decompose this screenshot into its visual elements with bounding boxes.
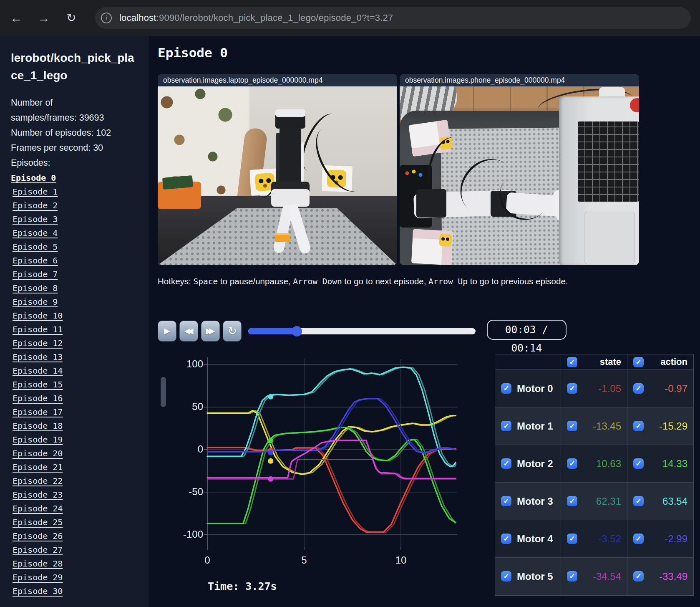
episode-link-8[interactable]: Episode 8 bbox=[13, 281, 149, 295]
episode-link-10[interactable]: Episode 10 bbox=[13, 309, 149, 323]
episode-link-14[interactable]: Episode 14 bbox=[13, 364, 149, 378]
motor-2-action-checkbox[interactable]: ✓ bbox=[633, 458, 644, 469]
episode-link-15[interactable]: Episode 15 bbox=[13, 378, 149, 392]
episode-link-19[interactable]: Episode 19 bbox=[13, 433, 149, 447]
phone-video-preview[interactable] bbox=[400, 86, 639, 265]
motor-label: Motor 4 bbox=[517, 533, 553, 545]
episode-link-2[interactable]: Episode 2 bbox=[13, 199, 149, 212]
play-button[interactable]: ▶ bbox=[158, 321, 176, 341]
episode-link-23[interactable]: Episode 23 bbox=[13, 488, 149, 502]
video-panel-laptop: observation.images.laptop_episode_000000… bbox=[158, 74, 397, 265]
y-tick-label: 100 bbox=[161, 358, 203, 370]
x-tick-label: 10 bbox=[384, 554, 418, 566]
motor-label: Motor 2 bbox=[517, 458, 553, 470]
episode-link-28[interactable]: Episode 28 bbox=[13, 557, 149, 571]
y-tick-label: 50 bbox=[161, 401, 203, 412]
episode-link-21[interactable]: Episode 21 bbox=[13, 460, 149, 474]
state-value: 62.31 bbox=[596, 496, 621, 507]
episode-link-26[interactable]: Episode 26 bbox=[13, 529, 149, 543]
site-info-icon[interactable]: i bbox=[101, 13, 112, 23]
motor-3-state-checkbox[interactable]: ✓ bbox=[567, 496, 577, 506]
motor-5-state-checkbox[interactable]: ✓ bbox=[567, 571, 577, 582]
motor-5-checkbox[interactable]: ✓ bbox=[501, 571, 511, 582]
seek-slider-thumb[interactable] bbox=[292, 326, 302, 336]
rewind-button[interactable]: ◀◀ bbox=[179, 321, 198, 341]
table-cell-state: ✓ 62.31 bbox=[561, 483, 627, 520]
episode-link-22[interactable]: Episode 22 bbox=[13, 474, 149, 488]
table-row: ✓ Motor 4 bbox=[495, 520, 561, 558]
fast-forward-button[interactable]: ▶▶ bbox=[201, 321, 220, 341]
motor-2-checkbox[interactable]: ✓ bbox=[501, 458, 511, 469]
loop-button[interactable]: ↺ bbox=[223, 321, 242, 341]
motor-0-state-checkbox[interactable]: ✓ bbox=[567, 383, 577, 394]
motor-3-action-checkbox[interactable]: ✓ bbox=[633, 496, 644, 506]
action-column-checkbox[interactable]: ✓ bbox=[633, 357, 644, 367]
motor-1-state-checkbox[interactable]: ✓ bbox=[567, 421, 577, 431]
state-value: -1.05 bbox=[598, 383, 621, 395]
action-value: 14.33 bbox=[662, 458, 687, 470]
state-column-checkbox[interactable]: ✓ bbox=[567, 357, 577, 367]
episode-link-16[interactable]: Episode 16 bbox=[13, 392, 149, 405]
robot-mast bbox=[279, 128, 301, 182]
episode-link-18[interactable]: Episode 18 bbox=[13, 419, 149, 433]
episode-link-20[interactable]: Episode 20 bbox=[13, 447, 149, 460]
dataset-title: lerobot/koch_pick_place_1_lego bbox=[11, 49, 136, 84]
reload-icon[interactable]: ↻ bbox=[62, 8, 81, 28]
action-value: -15.29 bbox=[659, 420, 687, 432]
episode-link-12[interactable]: Episode 12 bbox=[13, 336, 149, 350]
episode-link-4[interactable]: Episode 4 bbox=[13, 226, 149, 240]
seek-slider[interactable] bbox=[248, 328, 476, 334]
state-value: -34.54 bbox=[593, 571, 621, 582]
video-title-laptop: observation.images.laptop_episode_000000… bbox=[158, 74, 397, 86]
back-icon[interactable]: ← bbox=[7, 8, 26, 28]
episode-link-7[interactable]: Episode 7 bbox=[13, 268, 149, 281]
laptop-video-preview[interactable] bbox=[158, 86, 397, 265]
table-cell-state: ✓ -1.05 bbox=[561, 370, 627, 407]
motor-4-action-checkbox[interactable]: ✓ bbox=[633, 534, 644, 544]
sidebar: lerobot/koch_pick_place_1_lego Number of… bbox=[0, 36, 149, 607]
action-value: -33.49 bbox=[659, 571, 687, 582]
hotkeys-help: Hotkeys: Space to pause/unpause, Arrow D… bbox=[158, 276, 568, 286]
motor-1-checkbox[interactable]: ✓ bbox=[501, 421, 511, 431]
state-value: -13.45 bbox=[593, 420, 621, 432]
browser-toolbar: ← → ↻ i localhost:9090/lerobot/koch_pick… bbox=[0, 0, 700, 36]
episode-link-9[interactable]: Episode 9 bbox=[13, 295, 149, 309]
episode-link-0[interactable]: Episode 0 bbox=[11, 171, 149, 185]
episode-link-3[interactable]: Episode 3 bbox=[13, 212, 149, 226]
url-bar[interactable]: i localhost:9090/lerobot/koch_pick_place… bbox=[95, 7, 691, 29]
motor-0-checkbox[interactable]: ✓ bbox=[501, 383, 511, 394]
episode-link-6[interactable]: Episode 6 bbox=[13, 254, 149, 268]
table-cell-state: ✓ -3.52 bbox=[561, 520, 627, 558]
episode-link-29[interactable]: Episode 29 bbox=[13, 571, 149, 584]
motor-4-checkbox[interactable]: ✓ bbox=[501, 534, 511, 544]
episode-link-13[interactable]: Episode 13 bbox=[13, 350, 149, 364]
episode-link-1[interactable]: Episode 1 bbox=[13, 185, 149, 199]
action-value: -2.99 bbox=[665, 533, 687, 545]
motor-2-state-checkbox[interactable]: ✓ bbox=[567, 458, 577, 469]
table-row: ✓ Motor 0 bbox=[495, 370, 561, 407]
episode-link-17[interactable]: Episode 17 bbox=[13, 405, 149, 419]
y-tick-label: -100 bbox=[161, 529, 203, 540]
episode-link-30[interactable]: Episode 30 bbox=[13, 584, 149, 598]
forward-icon[interactable]: → bbox=[34, 8, 53, 28]
table-header-state: ✓ state bbox=[561, 354, 627, 370]
episode-link-24[interactable]: Episode 24 bbox=[13, 502, 149, 516]
motor-3-checkbox[interactable]: ✓ bbox=[501, 496, 511, 506]
episode-link-25[interactable]: Episode 25 bbox=[13, 516, 149, 529]
episode-link-11[interactable]: Episode 11 bbox=[13, 323, 149, 336]
state-header-label: state bbox=[600, 357, 621, 367]
episode-link-5[interactable]: Episode 5 bbox=[13, 240, 149, 254]
episode-link-27[interactable]: Episode 27 bbox=[13, 543, 149, 557]
play-icon: ▶ bbox=[164, 326, 170, 335]
motor-5-action-checkbox[interactable]: ✓ bbox=[633, 571, 644, 582]
loop-icon: ↺ bbox=[228, 321, 237, 341]
pcb bbox=[162, 175, 193, 190]
motor-1-action-checkbox[interactable]: ✓ bbox=[633, 421, 644, 431]
motor-4-state-checkbox[interactable]: ✓ bbox=[567, 534, 577, 544]
dataset-meta: Number of samples/frames: 39693 Number o… bbox=[11, 95, 139, 170]
table-header-empty bbox=[495, 354, 561, 370]
x-tick-label: 5 bbox=[287, 554, 321, 566]
orange-lego-brick bbox=[275, 233, 290, 242]
laptop-keyboard bbox=[578, 121, 639, 202]
motor-0-action-checkbox[interactable]: ✓ bbox=[633, 383, 644, 394]
